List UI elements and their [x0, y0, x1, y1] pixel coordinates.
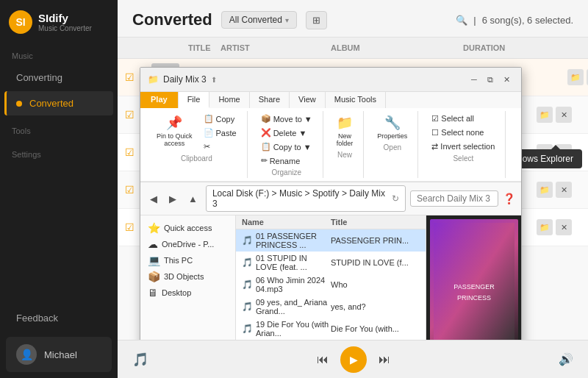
svg-text:PASSENGER: PASSENGER — [453, 283, 495, 290]
pin-to-quick-access-button[interactable]: 📌 Pin to Quickaccess — [152, 113, 197, 149]
minimize-button[interactable]: ─ — [467, 72, 481, 87]
search-input[interactable] — [410, 190, 498, 207]
clipboard-label: Clipboard — [181, 154, 212, 163]
pin-icon: 📌 — [166, 115, 182, 131]
select-none-button[interactable]: ☐ Select none — [427, 126, 499, 139]
properties-button[interactable]: 🔧 Properties — [373, 113, 412, 142]
sidebar-item-converted[interactable]: Converted — [4, 91, 113, 115]
user-profile[interactable]: 👤 Michael — [6, 337, 112, 372]
file-row[interactable]: 🎵 01 PASSENGER PRINCESS ... PASSENGER PR… — [236, 229, 426, 252]
user-avatar: 👤 — [16, 344, 37, 365]
sidebar-section-settings: Settings — [0, 140, 118, 163]
next-button[interactable]: ⏭ — [379, 353, 390, 366]
ribbon-group-organize: 📦 Move to ▼ ❌ Delete ▼ 📋 Copy to ▼ ✏ Ren… — [251, 111, 323, 178]
file-row[interactable]: 🎵 06 Who Jimin 2024 04.mp3 Who — [236, 274, 426, 296]
logo-icon: SI — [9, 10, 32, 34]
paste-button[interactable]: 📄 Paste — [199, 126, 241, 139]
file-list-header: Name Title — [236, 215, 426, 229]
forward-button[interactable]: ▶ — [165, 192, 180, 206]
rename-icon: ✏ — [261, 156, 268, 165]
col-title: TITLE — [188, 43, 220, 52]
play-button[interactable]: ▶ — [340, 346, 367, 373]
delete-icon: ❌ — [261, 128, 271, 138]
scissors-icon: ✂ — [204, 142, 210, 151]
quick-access-icon: ⭐ — [148, 222, 160, 234]
quick-access-item[interactable]: ⭐ Quick access — [143, 220, 232, 236]
feedback-label: Feedback — [16, 313, 58, 324]
copy-icon: 📋 — [204, 114, 214, 124]
player-controls: ⏮ ▶ ⏭ — [317, 346, 390, 373]
sidebar-item-feedback[interactable]: Feedback — [4, 306, 113, 330]
rename-button[interactable]: ✏ Rename — [257, 154, 317, 167]
address-field[interactable]: Local Disk (F:) > Music > Spotify > Dail… — [206, 185, 406, 212]
svg-rect-0 — [434, 223, 514, 340]
explorer-dialog[interactable]: 📁 Daily Mix 3 ⬆ ─ ⧉ ✕ Play File Home Sha… — [140, 67, 522, 340]
cloud-icon: ☁ — [148, 238, 158, 250]
file-icon: 🎵 — [242, 257, 253, 268]
remove-button[interactable]: ✕ — [556, 219, 572, 235]
cut-button[interactable]: ✂ — [199, 140, 241, 153]
close-button[interactable]: ✕ — [499, 72, 514, 87]
sidebar-converting-label: Converting — [16, 72, 62, 83]
desktop-item[interactable]: 🖥 Desktop — [143, 285, 232, 301]
computer-icon: 💻 — [148, 254, 160, 266]
restore-button[interactable]: ⧉ — [483, 72, 498, 87]
file-row[interactable]: 🎵 09 yes, and_ Ariana Grand... yes, and? — [236, 296, 426, 318]
new-folder-button[interactable]: 📁 Newfolder — [332, 113, 358, 149]
search-icon[interactable]: 🔍 — [456, 15, 467, 26]
tab-share[interactable]: Share — [250, 92, 290, 108]
remove-button[interactable]: ✕ — [556, 182, 572, 198]
explorer-titlebar: 📁 Daily Mix 3 ⬆ ─ ⧉ ✕ — [140, 68, 521, 92]
explorer-content: ⭐ Quick access ☁ OneDrive - P... 💻 This … — [140, 215, 521, 340]
up-button[interactable]: ▲ — [184, 192, 201, 206]
select-label: Select — [453, 154, 473, 163]
select-all-button[interactable]: ☑ Select all — [427, 113, 499, 125]
col-file-title: Title — [331, 218, 420, 227]
file-icon: 🎵 — [242, 324, 253, 334]
folder-button[interactable]: 📁 — [537, 219, 553, 235]
filter-dropdown[interactable]: All Converted ▾ — [221, 11, 297, 29]
app-name: SIdify — [38, 12, 92, 24]
music-note-icon: 🎵 — [132, 352, 148, 368]
back-button[interactable]: ◀ — [146, 192, 161, 206]
sidebar: SI SIdify Music Converter Music Converti… — [0, 0, 118, 378]
tab-play[interactable]: Play — [140, 92, 179, 108]
active-dot — [16, 101, 22, 107]
remove-button[interactable]: ✕ — [556, 107, 572, 123]
move-icon: 📦 — [261, 114, 271, 124]
folder-button[interactable]: 📁 — [537, 182, 553, 198]
tab-file[interactable]: File — [179, 92, 210, 108]
preview-image: PASSENGER PRINCESS — [430, 219, 518, 340]
sidebar-item-converting[interactable]: Converting — [4, 65, 113, 90]
refresh-button[interactable]: ↻ — [392, 193, 399, 204]
tab-home[interactable]: Home — [209, 92, 249, 108]
file-row[interactable]: 🎵 19 Die For You (with Arian... Die For … — [236, 318, 426, 340]
invert-selection-button[interactable]: ⇄ Invert selection — [427, 140, 499, 153]
organize-label: Organize — [271, 168, 301, 176]
copy-to-icon: 📋 — [261, 142, 271, 151]
tab-music-tools[interactable]: Music Tools — [326, 92, 386, 108]
move-to-button[interactable]: 📦 Move to ▼ — [257, 113, 317, 125]
app-subtitle: Music Converter — [38, 24, 92, 32]
3d-objects-item[interactable]: 📦 3D Objects — [143, 268, 232, 285]
col-album: ALBUM — [331, 43, 463, 52]
folder-button[interactable]: 📁 — [567, 69, 584, 85]
tab-view[interactable]: View — [290, 92, 326, 108]
onedrive-item[interactable]: ☁ OneDrive - P... — [143, 236, 232, 252]
this-pc-item[interactable]: 💻 This PC — [143, 252, 232, 268]
prev-button[interactable]: ⏮ — [317, 353, 329, 366]
volume-icon: 🔊 — [559, 352, 573, 366]
copy-button[interactable]: 📋 Copy — [199, 113, 241, 125]
open-label: Open — [384, 143, 401, 151]
folder-button[interactable]: 📁 — [537, 107, 553, 123]
copy-to-button[interactable]: 📋 Copy to ▼ — [257, 140, 317, 153]
file-preview: PASSENGER PRINCESS — [426, 215, 521, 340]
ribbon-group-new: 📁 Newfolder New — [326, 111, 365, 178]
delete-button[interactable]: ❌ Delete ▼ — [257, 126, 317, 139]
file-row[interactable]: 🎵 01 STUPID IN LOVE (feat. ... STUPID IN… — [236, 252, 426, 274]
col-artist: ARTIST — [220, 43, 331, 52]
desktop-icon: 🖥 — [148, 287, 158, 299]
file-list: Name Title 🎵 01 PASSENGER PRINCESS ... P… — [236, 215, 426, 340]
grid-view-button[interactable]: ⊞ — [306, 11, 327, 29]
col-duration: DURATION — [463, 43, 537, 52]
